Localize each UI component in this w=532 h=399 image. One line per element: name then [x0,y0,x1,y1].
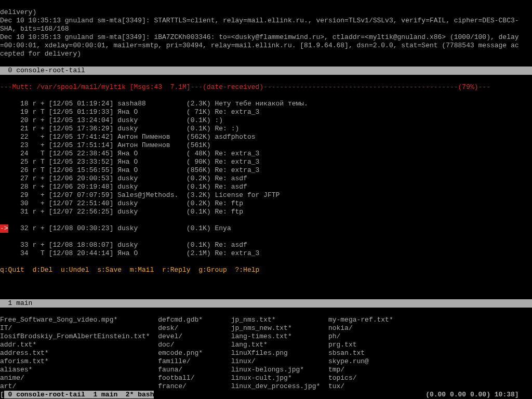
mutt-row[interactable]: 21 r + [12/05 17:36:29] dusky (0.1K) Re:… [0,125,532,133]
blank-line [0,283,532,291]
mutt-row[interactable]: 28 r + [12/06 20:19:48] dusky (0.1K) Re:… [0,183,532,191]
pane-title-main: 1 main [0,299,532,308]
ls-row: IosifBrodskiy_FromAlbertEinstein.txt* de… [0,332,532,341]
mutt-row[interactable]: 27 r + [12/06 20:00:53] dusky (0.2K) Re:… [0,175,532,183]
tmux-status-bar[interactable]: [ 0 console-root-tail 1 main 2* bash (0.… [0,391,532,399]
ls-row: art/ france/ linux_dev_process.jpg* tux/ [0,382,532,391]
mutt-selected-row[interactable]: -> 32 r + [12/08 00:30:23] dusky (0.1K) … [0,224,532,233]
mutt-row[interactable]: 20 r + [12/05 13:24:04] dusky (0.1K) :) [0,116,532,125]
ls-row: addr.txt* doc/ lang.txt* prg.txt [0,341,532,349]
selection-marker: -> [0,224,8,233]
mutt-row[interactable]: 33 r + [12/08 18:08:07] dusky (0.1K) Re:… [0,241,532,249]
tmux-clock: (0.00 0.00 0.00) 10:38] [425,391,518,398]
mutt-status-bar: ---Mutt: /var/spool/mail/myltik [Msgs:43… [0,83,532,91]
mutt-row[interactable]: 19 r T [12/05 01:19:33] Яна О ( 71K) Re:… [0,108,532,116]
ls-row: IT/ desk/ jp_nms_new.txt* nokia/ [0,324,532,332]
mutt-row[interactable]: 34 T [12/08 20:44:14] Яна О (2.1M) Re: e… [0,249,532,258]
mutt-help-bar: q:Quit d:Del u:Undel s:Save m:Mail r:Rep… [0,266,532,274]
mutt-message-index-cont[interactable]: 33 r + [12/08 18:08:07] dusky (0.1K) Re:… [0,241,532,258]
ls-row: aforism.txt* famille/ linux/ skype.run@ [0,357,532,366]
mutt-row[interactable]: 24 T [12/05 22:38:45] Яна О ( 48K) Re: e… [0,150,532,158]
tmux-windows[interactable]: 0 console-root-tail 1 main 2* bash [4,391,154,398]
mutt-message-index[interactable]: 18 r + [12/05 01:19:24] sasha88 (2.3K) Н… [0,100,532,216]
ls-row: Free_Software_Song_video.mpg* defcmd.gdb… [0,316,532,324]
mutt-row[interactable]: 25 r T [12/05 23:33:52] Яна О ( 90K) Re:… [0,158,532,166]
mutt-row[interactable]: 31 r + [12/07 22:56:25] dusky (0.1K) Re:… [0,208,532,216]
mutt-row[interactable]: 29 + [12/07 07:07:59] Sales@jMethods. (3… [0,191,532,200]
ls-row: address.txt* emcode.png* linuXfiles.png … [0,349,532,357]
pane-title-console-root-tail: 0 console-root-tail [0,66,532,75]
mutt-row[interactable]: 18 r + [12/05 01:19:24] sasha88 (2.3K) Н… [0,100,532,108]
ls-row: anime/ football/ linux-cult.jpg* topics/ [0,374,532,382]
mutt-row[interactable]: 22 + [12/05 17:41:42] Антон Пименов (562… [0,133,532,141]
mutt-row[interactable]: 23 + [12/05 17:51:14] Антон Пименов (561… [0,141,532,150]
ls-listing: Free_Software_Song_video.mpg* defcmd.gdb… [0,316,532,399]
ls-row: aliases* fauna/ linux-belongs.jpg* tmp/ [0,366,532,374]
mutt-row[interactable]: 30 + [12/07 22:51:40] dusky (0.2K) Re: f… [0,200,532,208]
syslog-output: delivery) Dec 10 10:35:13 gnuland sm-mta… [0,8,532,58]
mutt-row[interactable]: 26 r T [12/06 15:56:55] Яна О (856K) Re:… [0,166,532,175]
